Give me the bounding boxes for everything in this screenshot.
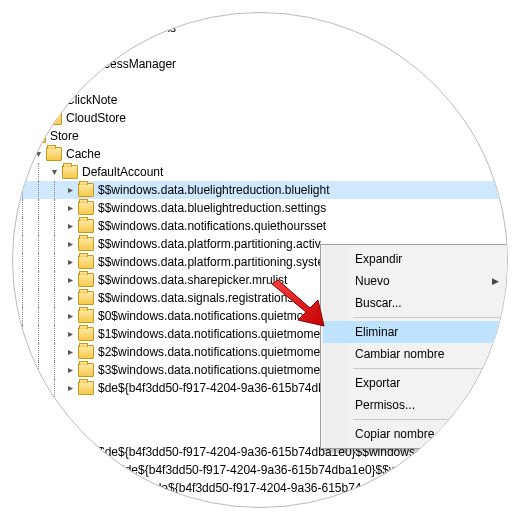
folder-icon: [78, 345, 94, 359]
folder-icon: [78, 219, 94, 233]
chevron-right-icon[interactable]: [63, 381, 77, 395]
tree-item-label[interactable]: CloudStore: [66, 109, 126, 127]
menu-export[interactable]: Exportar: [323, 372, 505, 394]
chevron-down-icon[interactable]: [31, 147, 45, 161]
menu-label: Exportar: [355, 376, 400, 390]
folder-icon: [78, 273, 94, 287]
chevron-down-icon[interactable]: [47, 165, 61, 179]
folder-icon: [46, 39, 62, 53]
tree-item-label[interactable]: th: [66, 37, 76, 55]
chevron-right-icon[interactable]: [63, 291, 77, 305]
chevron-right-icon[interactable]: [63, 237, 77, 251]
menu-label: Buscar...: [355, 296, 402, 310]
menu-copy-key-name[interactable]: Copiar nombre de: [323, 423, 505, 445]
tree-item-label[interactable]: $$windows.data.bluelightreduction.blueli…: [98, 181, 330, 199]
tree-item-label[interactable]: $$windows.data.platform.partitioning.sys…: [98, 253, 324, 271]
folder-icon: [46, 147, 62, 161]
tree-item-label[interactable]: dAccessApplications: [66, 19, 176, 37]
chevron-right-icon[interactable]: [31, 21, 45, 35]
tree-item-label[interactable]: $3$windows.data.notifications.quietmomen: [98, 361, 327, 379]
menu-delete[interactable]: Eliminar: [323, 321, 505, 343]
folder-icon: [78, 327, 94, 341]
folder-icon: [78, 201, 94, 215]
folder-icon: [46, 75, 62, 89]
truncated-lines: $de${b4f3dd50-f917-4204-9a36-615b74dba1e…: [98, 443, 465, 497]
folder-icon: [78, 363, 94, 377]
folder-icon: [78, 309, 94, 323]
menu-separator: [353, 368, 503, 369]
tree-item-label[interactable]: bilityAccessManager: [66, 55, 176, 73]
tree-item-label[interactable]: P: [66, 73, 74, 91]
menu-separator: [353, 419, 503, 420]
chevron-right-icon[interactable]: [63, 201, 77, 215]
menu-expand[interactable]: Expandir: [323, 248, 505, 270]
folder-icon: [78, 255, 94, 269]
chevron-right-icon[interactable]: [63, 327, 77, 341]
menu-find[interactable]: Buscar...: [323, 292, 505, 314]
tree-item-label[interactable]: ClickNote: [66, 91, 117, 109]
tree-item-label[interactable]: $1$windows.data.notifications.quietmomen: [98, 325, 327, 343]
menu-label: Eliminar: [355, 325, 398, 339]
tree-item-label[interactable]: $0$windows.data.notifications.quietmomen: [98, 307, 327, 325]
menu-permissions[interactable]: Permisos...: [323, 394, 505, 416]
chevron-right-icon[interactable]: [31, 111, 45, 125]
menu-separator: [353, 317, 503, 318]
chevron-right-icon[interactable]: [31, 39, 45, 53]
tree-item-label[interactable]: $de${b4f3dd50-f917-4204-9a36-615b74dba1e…: [98, 379, 356, 397]
folder-icon: [78, 183, 94, 197]
folder-icon: [78, 237, 94, 251]
folder-icon: [30, 129, 46, 143]
menu-label: Nuevo: [355, 274, 390, 288]
tree-item-label[interactable]: $$windows.data.platform.partitioning.act…: [98, 235, 321, 253]
chevron-right-icon[interactable]: [63, 183, 77, 197]
menu-label: Permisos...: [355, 398, 415, 412]
menu-label: Copiar nombre de: [355, 427, 451, 441]
menu-new[interactable]: Nuevo ▶: [323, 270, 505, 292]
tree-item-label[interactable]: $$windows.data.signals.registrations: [98, 289, 293, 307]
tree-item-defaultaccount[interactable]: DefaultAccount: [82, 163, 163, 181]
folder-icon: [78, 291, 94, 305]
chevron-right-icon[interactable]: [31, 57, 45, 71]
context-menu: Expandir Nuevo ▶ Buscar... Eliminar Camb…: [320, 244, 508, 449]
folder-icon: [46, 57, 62, 71]
tree-item-label[interactable]: $$windows.data.notifications.quiethourss…: [98, 217, 326, 235]
menu-rename[interactable]: Cambiar nombre: [323, 343, 505, 365]
spacer: [31, 93, 45, 107]
tree-item-label[interactable]: $$windows.data.sharepicker.mrulist: [98, 271, 287, 289]
chevron-right-icon[interactable]: [63, 309, 77, 323]
tree-item-cache[interactable]: Cache: [66, 145, 101, 163]
tree-item-store[interactable]: Store: [50, 127, 79, 145]
tree-item-selected[interactable]: $$windows.data.bluelightreduction.blueli…: [12, 181, 508, 199]
folder-icon: [78, 381, 94, 395]
folder-icon: [46, 111, 62, 125]
tree-item-label[interactable]: $$windows.data.bluelightreduction.settin…: [98, 199, 326, 217]
chevron-right-icon[interactable]: [63, 345, 77, 359]
chevron-right-icon[interactable]: [63, 255, 77, 269]
chevron-right-icon: ▶: [492, 276, 499, 286]
folder-icon: [46, 93, 62, 107]
folder-icon: [46, 21, 62, 35]
chevron-right-icon[interactable]: [63, 219, 77, 233]
tree-item-label[interactable]: $2$windows.data.notifications.quietmomen: [98, 343, 327, 361]
chevron-right-icon[interactable]: [31, 75, 45, 89]
chevron-right-icon[interactable]: [63, 273, 77, 287]
folder-icon: [62, 165, 78, 179]
chevron-right-icon[interactable]: [63, 363, 77, 377]
menu-label: Cambiar nombre: [355, 347, 444, 361]
chevron-down-icon[interactable]: [15, 129, 29, 143]
menu-label: Expandir: [355, 252, 402, 266]
